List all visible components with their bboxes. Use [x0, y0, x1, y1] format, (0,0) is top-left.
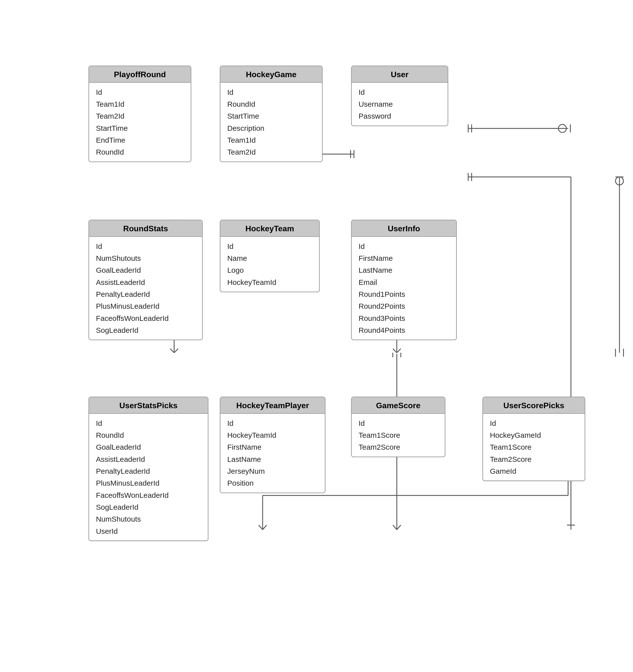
- field-hockeygame-id: Id: [227, 86, 315, 98]
- field-hockeyteamplayer-lastname: LastName: [227, 453, 318, 465]
- entity-playoffround-title: PlayoffRound: [89, 66, 191, 83]
- field-hockeygame-description: Description: [227, 122, 315, 134]
- field-userstatspicks-sogleaderid: SogLeaderId: [96, 501, 201, 513]
- entity-roundstats-body: Id NumShutouts GoalLeaderId AssistLeader…: [89, 237, 202, 340]
- field-userstatspicks-assistleaderid: AssistLeaderId: [96, 453, 201, 465]
- field-hockeygame-team1id: Team1Id: [227, 134, 315, 146]
- entity-gamescore-body: Id Team1Score Team2Score: [352, 414, 445, 457]
- field-hockeyteam-logo: Logo: [227, 264, 312, 276]
- svg-line-21: [170, 349, 174, 353]
- field-userstatspicks-faceoffswonleaderid: FaceoffsWonLeaderId: [96, 489, 201, 501]
- entity-gamescore-title: GameScore: [352, 397, 445, 414]
- field-playoffround-id: Id: [96, 86, 184, 98]
- field-userstatspicks-roundid: RoundId: [96, 429, 201, 441]
- field-hockeyteamplayer-hockeyteamid: HockeyTeamId: [227, 429, 318, 441]
- field-gamescore-team1score: Team1Score: [358, 429, 438, 441]
- svg-point-13: [558, 124, 566, 132]
- field-roundstats-faceoffswonleaderid: FaceoffsWonLeaderId: [96, 312, 195, 324]
- field-userinfo-round4points: Round4Points: [358, 324, 449, 336]
- entity-userinfo-title: UserInfo: [352, 220, 456, 237]
- field-userinfo-lastname: LastName: [358, 264, 449, 276]
- entity-user-title: User: [352, 66, 448, 83]
- entity-userinfo-body: Id FirstName LastName Email Round1Points…: [352, 237, 456, 340]
- field-userinfo-firstname: FirstName: [358, 253, 449, 264]
- entity-hockeyteam-title: HockeyTeam: [220, 220, 319, 237]
- entity-playoffround: PlayoffRound Id Team1Id Team2Id StartTim…: [89, 66, 191, 162]
- field-userscorepicks-team1score: Team1Score: [490, 441, 578, 453]
- field-gamescore-team2score: Team2Score: [358, 441, 438, 453]
- field-userscorepicks-hockeygameid: HockeyGameId: [490, 429, 578, 441]
- field-hockeygame-roundid: RoundId: [227, 98, 315, 110]
- field-hockeyteamplayer-id: Id: [227, 417, 318, 429]
- field-userscorepicks-team2score: Team2Score: [490, 453, 578, 465]
- svg-line-29: [397, 525, 401, 530]
- field-userinfo-round3points: Round3Points: [358, 312, 449, 324]
- field-user-id: Id: [358, 86, 441, 98]
- entity-userscorepicks-title: UserScorePicks: [483, 397, 585, 414]
- field-userstatspicks-id: Id: [96, 417, 201, 429]
- field-hockeyteam-id: Id: [227, 240, 312, 252]
- svg-line-7: [397, 349, 401, 353]
- svg-line-6: [393, 349, 397, 353]
- entity-hockeygame-title: HockeyGame: [220, 66, 322, 83]
- field-playoffround-endtime: EndTime: [96, 134, 184, 146]
- field-userstatspicks-penaltyleaderid: PenaltyLeaderId: [96, 465, 201, 477]
- field-hockeygame-team2id: Team2Id: [227, 146, 315, 158]
- field-userinfo-email: Email: [358, 276, 449, 288]
- field-roundstats-goalleaderid: GoalLeaderId: [96, 264, 195, 276]
- entity-user: User Id Username Password: [351, 66, 448, 126]
- field-userinfo-round1points: Round1Points: [358, 288, 449, 300]
- entity-userscorepicks-body: Id HockeyGameId Team1Score Team2Score Ga…: [483, 414, 585, 481]
- entity-playoffround-body: Id Team1Id Team2Id StartTime EndTime Rou…: [89, 83, 191, 162]
- field-hockeyteamplayer-position: Position: [227, 477, 318, 489]
- field-userinfo-id: Id: [358, 240, 449, 252]
- field-roundstats-plusminusleaderid: PlusMinusLeaderId: [96, 300, 195, 312]
- svg-line-34: [263, 525, 266, 530]
- field-playoffround-team1id: Team1Id: [96, 98, 184, 110]
- field-userscorepicks-gameid: GameId: [490, 465, 578, 477]
- field-user-username: Username: [358, 98, 441, 110]
- entity-userinfo: UserInfo Id FirstName LastName Email Rou…: [351, 220, 457, 340]
- field-hockeygame-starttime: StartTime: [227, 110, 315, 122]
- svg-line-22: [174, 349, 178, 353]
- svg-point-16: [615, 177, 623, 185]
- field-playoffround-starttime: StartTime: [96, 122, 184, 134]
- field-userscorepicks-id: Id: [490, 417, 578, 429]
- field-playoffround-team2id: Team2Id: [96, 110, 184, 122]
- entity-hockeyteam-body: Id Name Logo HockeyTeamId: [220, 237, 319, 292]
- field-roundstats-sogleaderid: SogLeaderId: [96, 324, 195, 336]
- field-userstatspicks-plusminusleaderid: PlusMinusLeaderId: [96, 477, 201, 489]
- field-userstatspicks-goalleaderid: GoalLeaderId: [96, 441, 201, 453]
- entity-hockeyteamplayer: HockeyTeamPlayer Id HockeyTeamId FirstNa…: [220, 397, 326, 493]
- entity-userstatspicks: UserStatsPicks Id RoundId GoalLeaderId A…: [89, 397, 209, 541]
- field-hockeyteam-name: Name: [227, 253, 312, 264]
- field-playoffround-roundid: RoundId: [96, 146, 184, 158]
- field-gamescore-id: Id: [358, 417, 438, 429]
- entity-gamescore: GameScore Id Team1Score Team2Score: [351, 397, 446, 457]
- field-hockeyteamplayer-firstname: FirstName: [227, 441, 318, 453]
- entity-roundstats: RoundStats Id NumShutouts GoalLeaderId A…: [89, 220, 203, 340]
- field-roundstats-penaltyleaderid: PenaltyLeaderId: [96, 288, 195, 300]
- entity-hockeygame-body: Id RoundId StartTime Description Team1Id…: [220, 83, 322, 162]
- svg-line-33: [259, 525, 263, 530]
- entity-hockeyteam: HockeyTeam Id Name Logo HockeyTeamId: [220, 220, 320, 292]
- field-userstatspicks-numshutouts: NumShutouts: [96, 513, 201, 525]
- entity-userstatspicks-title: UserStatsPicks: [89, 397, 208, 414]
- field-user-password: Password: [358, 110, 441, 122]
- entity-user-body: Id Username Password: [352, 83, 448, 126]
- field-userstatspicks-userid: UserId: [96, 525, 201, 537]
- entity-hockeyteamplayer-title: HockeyTeamPlayer: [220, 397, 325, 414]
- entity-hockeygame: HockeyGame Id RoundId StartTime Descript…: [220, 66, 323, 162]
- svg-line-28: [393, 525, 397, 530]
- entity-hockeyteamplayer-body: Id HockeyTeamId FirstName LastName Jerse…: [220, 414, 325, 493]
- field-hockeyteam-hockeyteamid: HockeyTeamId: [227, 276, 312, 288]
- field-roundstats-id: Id: [96, 240, 195, 252]
- field-hockeyteamplayer-jerseynum: JerseyNum: [227, 465, 318, 477]
- entity-userscorepicks: UserScorePicks Id HockeyGameId Team1Scor…: [483, 397, 585, 481]
- entity-roundstats-title: RoundStats: [89, 220, 202, 237]
- field-roundstats-numshutouts: NumShutouts: [96, 253, 195, 264]
- field-roundstats-assistleaderid: AssistLeaderId: [96, 276, 195, 288]
- entity-userstatspicks-body: Id RoundId GoalLeaderId AssistLeaderId P…: [89, 414, 208, 541]
- field-userinfo-round2points: Round2Points: [358, 300, 449, 312]
